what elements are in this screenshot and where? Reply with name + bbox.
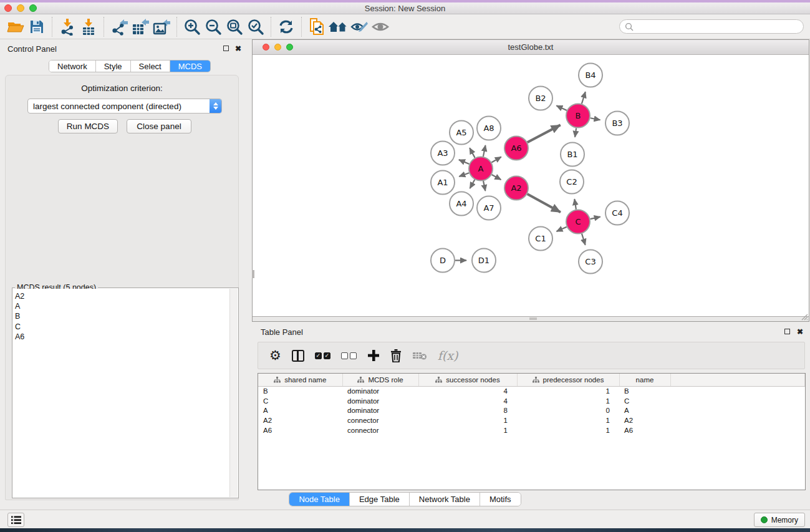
delete-table-button[interactable] xyxy=(412,346,427,365)
graph-edge-A-A1[interactable] xyxy=(459,173,469,177)
deselect-all-button[interactable] xyxy=(341,346,357,365)
import-network-button[interactable] xyxy=(57,16,78,37)
table-cell[interactable]: 0 xyxy=(517,406,619,416)
add-column-button[interactable] xyxy=(367,346,380,365)
graph-edge-A-A3[interactable] xyxy=(459,160,470,164)
graph-edge-A-A6[interactable] xyxy=(491,157,501,163)
graph-edge-A-A8[interactable] xyxy=(483,145,486,157)
import-table-button[interactable] xyxy=(78,16,99,37)
table-cell[interactable]: A6 xyxy=(258,425,342,435)
table-cell[interactable]: A6 xyxy=(619,425,670,435)
minimize-window-button[interactable] xyxy=(17,4,24,12)
mcds-result-item[interactable]: A6 xyxy=(15,332,229,342)
column-header-successor-nodes[interactable]: successor nodes xyxy=(418,374,517,386)
mcds-result-item[interactable]: A xyxy=(15,301,229,311)
control-panel-close-icon[interactable]: ✖ xyxy=(235,44,241,53)
table-cell[interactable]: 4 xyxy=(418,396,517,406)
export-image-button[interactable] xyxy=(151,16,172,37)
table-cell[interactable]: A xyxy=(258,406,342,416)
table-row[interactable]: A2connector11A2 xyxy=(258,415,805,425)
zoom-fit-button[interactable] xyxy=(224,16,245,37)
table-row[interactable]: A6connector11A6 xyxy=(258,425,805,435)
zoom-out-button[interactable] xyxy=(203,16,224,37)
graph-edge-C-C2[interactable] xyxy=(574,199,576,210)
graph-edge-C-C1[interactable] xyxy=(557,227,567,231)
open-session-button[interactable] xyxy=(5,16,26,37)
hide-details-button[interactable] xyxy=(349,16,370,37)
graph-edge-B-B1[interactable] xyxy=(575,128,576,137)
tab-style[interactable]: Style xyxy=(96,60,131,72)
table-cell[interactable]: connector xyxy=(342,425,418,435)
show-graphics-button[interactable] xyxy=(370,16,391,37)
graph-edge-A6-B[interactable] xyxy=(528,125,561,142)
tab-network[interactable]: Network xyxy=(49,60,96,72)
network-canvas[interactable]: B4B2BB3A5A8A6B1A3AC2A1A2A4A7C4CC1C3DD1 xyxy=(253,55,809,317)
table-cell[interactable]: 1 xyxy=(418,415,517,425)
graph-edge-A-A2[interactable] xyxy=(492,175,501,180)
graph-edge-A-A4[interactable] xyxy=(470,180,475,188)
close-panel-button[interactable]: Close panel xyxy=(127,119,191,133)
table-cell[interactable]: C xyxy=(619,396,670,406)
save-session-button[interactable] xyxy=(26,16,47,37)
memory-button[interactable]: Memory xyxy=(754,513,805,527)
mcds-result-item[interactable]: B xyxy=(15,311,229,321)
graph-edge-C-C4[interactable] xyxy=(591,217,600,220)
toolbar-search[interactable] xyxy=(619,19,804,34)
table-cell[interactable]: B xyxy=(619,386,670,396)
graph-edge-B-B2[interactable] xyxy=(556,105,567,110)
table-cell[interactable]: A2 xyxy=(258,415,342,425)
graph-edge-A-A5[interactable] xyxy=(470,148,475,158)
column-selector-button[interactable] xyxy=(292,346,304,365)
table-cell[interactable]: 1 xyxy=(418,425,517,435)
tab-motifs[interactable]: Motifs xyxy=(480,493,521,506)
home-view-button[interactable] xyxy=(327,16,349,37)
table-cell[interactable]: 1 xyxy=(517,386,619,396)
close-window-button[interactable] xyxy=(4,4,12,12)
table-cell[interactable]: connector xyxy=(342,415,418,425)
zoom-selected-button[interactable] xyxy=(245,16,266,37)
criterion-dropdown[interactable]: largest connected component (directed) xyxy=(27,99,222,114)
table-panel-close-icon[interactable]: ✖ xyxy=(797,327,803,336)
table-cell[interactable]: dominator xyxy=(342,386,418,396)
table-cell[interactable]: A2 xyxy=(619,415,670,425)
tab-network-table[interactable]: Network Table xyxy=(410,493,480,506)
graph-edge-C-C3[interactable] xyxy=(582,234,586,245)
table-cell[interactable]: dominator xyxy=(342,396,418,406)
network-graph[interactable]: B4B2BB3A5A8A6B1A3AC2A1A2A4A7C4CC1C3DD1 xyxy=(253,55,809,317)
resize-grip-icon[interactable] xyxy=(799,312,808,321)
network-window-titlebar[interactable]: testGlobe.txt xyxy=(253,40,809,55)
mcds-result-item[interactable]: A2 xyxy=(15,291,229,301)
network-maximize-button[interactable] xyxy=(286,44,293,51)
table-cell[interactable]: 1 xyxy=(517,396,619,406)
zoom-in-button[interactable] xyxy=(181,16,203,37)
table-cell[interactable]: 1 xyxy=(517,425,619,435)
network-vscroll-mark[interactable] xyxy=(252,270,254,278)
delete-column-button[interactable] xyxy=(390,346,402,365)
mcds-result-scrollbar[interactable] xyxy=(229,289,238,497)
network-close-button[interactable] xyxy=(263,44,269,51)
table-cell[interactable]: C xyxy=(258,396,342,406)
graph-edge-B-B4[interactable] xyxy=(582,92,586,104)
refresh-button[interactable] xyxy=(276,16,297,37)
tab-edge-table[interactable]: Edge Table xyxy=(350,493,410,506)
maximize-window-button[interactable] xyxy=(29,4,37,12)
column-header-shared-name[interactable]: shared name xyxy=(258,374,342,386)
column-header-predecessor-nodes[interactable]: predecessor nodes xyxy=(517,374,619,386)
select-all-button[interactable]: ✓✓ xyxy=(315,346,330,365)
run-mcds-button[interactable]: Run MCDS xyxy=(58,119,118,133)
table-cell[interactable]: 4 xyxy=(418,386,517,396)
graph-edge-B-B3[interactable] xyxy=(591,118,600,120)
tab-node-table[interactable]: Node Table xyxy=(289,493,350,506)
table-row[interactable]: Adominator80A xyxy=(258,406,805,416)
table-cell[interactable]: 1 xyxy=(517,415,619,425)
table-row[interactable]: Bdominator41B xyxy=(258,386,805,396)
network-minimize-button[interactable] xyxy=(274,44,281,51)
table-cell[interactable]: 8 xyxy=(418,406,517,416)
column-header-name[interactable]: name xyxy=(619,374,670,386)
export-network-button[interactable] xyxy=(108,16,130,37)
graph-edge-A-A7[interactable] xyxy=(483,181,485,191)
table-panel-float-icon[interactable] xyxy=(784,327,790,336)
column-header-MCDS-role[interactable]: MCDS role xyxy=(342,374,418,386)
table-cell[interactable]: A xyxy=(619,406,670,416)
graph-edge-A2-C[interactable] xyxy=(528,194,561,212)
